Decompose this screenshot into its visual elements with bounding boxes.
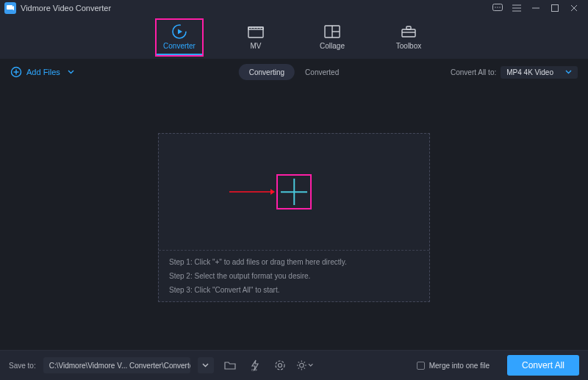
output-path-dropdown[interactable]: [198, 357, 214, 373]
tab-collage-label: Collage: [320, 42, 345, 50]
tab-converting[interactable]: Converting: [239, 64, 295, 80]
svg-point-18: [259, 27, 260, 28]
step-2-text: Step 2: Select the output format you des…: [169, 272, 419, 280]
tab-converter[interactable]: Converter: [157, 20, 202, 55]
app-title: Vidmore Video Converter: [21, 4, 111, 12]
svg-point-16: [254, 27, 254, 28]
chevron-down-icon: [565, 70, 572, 74]
bottom-bar: Save to: C:\Vidmore\Vidmore V... Convert…: [0, 350, 588, 380]
drop-zone[interactable]: Step 1: Click "+" to add files or drag t…: [158, 133, 430, 302]
svg-point-2: [495, 7, 495, 7]
add-files-label: Add Files: [26, 68, 60, 76]
svg-rect-9: [552, 5, 559, 12]
instruction-steps: Step 1: Click "+" to add files or drag t…: [159, 250, 429, 301]
output-path-field[interactable]: C:\Vidmore\Vidmore V... Converter\Conver…: [43, 357, 190, 373]
feedback-button[interactable]: [488, 0, 507, 16]
svg-point-3: [497, 7, 498, 7]
svg-point-15: [251, 27, 251, 28]
svg-point-17: [257, 27, 257, 28]
add-files-button[interactable]: Add Files: [10, 66, 74, 78]
convert-all-button[interactable]: Convert All: [507, 355, 579, 376]
output-format-value: MP4 4K Video: [506, 68, 553, 76]
svg-point-30: [276, 361, 284, 370]
svg-line-37: [298, 362, 298, 362]
convert-all-to-label: Convert All to:: [451, 68, 496, 76]
svg-point-4: [499, 7, 500, 7]
toolbox-icon: [401, 24, 417, 39]
svg-point-31: [278, 364, 282, 368]
maximize-button[interactable]: [545, 0, 564, 16]
tab-toolbox[interactable]: Toolbox: [386, 20, 431, 55]
output-format-select[interactable]: MP4 4K Video: [501, 66, 578, 79]
drop-zone-add-area[interactable]: [159, 134, 429, 250]
chevron-down-icon: [68, 70, 74, 74]
plus-icon: [281, 179, 307, 205]
step-3-text: Step 3: Click "Convert All" to start.: [169, 286, 419, 294]
menu-button[interactable]: [507, 0, 526, 16]
tab-mv[interactable]: MV: [233, 20, 279, 55]
open-folder-button[interactable]: [221, 357, 239, 373]
main-nav: Converter MV Collage Toolbox: [0, 16, 588, 59]
merge-label: Merge into one file: [429, 362, 490, 370]
close-button[interactable]: [564, 0, 584, 16]
checkbox-icon: [417, 362, 425, 370]
svg-text:OFF: OFF: [251, 368, 258, 371]
titlebar: Vidmore Video Converter: [0, 0, 588, 16]
svg-rect-23: [406, 26, 411, 29]
svg-rect-14: [248, 27, 263, 29]
svg-rect-0: [7, 5, 12, 10]
tab-converted[interactable]: Converted: [295, 64, 349, 80]
collage-icon: [324, 24, 340, 39]
svg-line-38: [304, 368, 304, 368]
minimize-button[interactable]: [526, 0, 545, 16]
app-logo-icon: [4, 2, 16, 14]
merge-checkbox[interactable]: Merge into one file: [417, 362, 490, 370]
action-bar: Add Files Converting Converted Convert A…: [0, 59, 588, 85]
tab-toolbox-label: Toolbox: [396, 42, 421, 50]
annotation-arrow-icon: [229, 187, 275, 197]
gpu-accel-button[interactable]: OFF: [246, 357, 264, 373]
conversion-tabs: Converting Converted: [239, 64, 350, 80]
add-media-button[interactable]: [276, 174, 312, 209]
converter-icon: [171, 24, 187, 39]
svg-point-32: [299, 363, 304, 368]
main-area: Step 1: Click "+" to add files or drag t…: [0, 85, 588, 350]
mv-icon: [248, 24, 264, 39]
tab-collage[interactable]: Collage: [309, 20, 355, 55]
tab-mv-label: MV: [251, 42, 262, 50]
save-to-label: Save to:: [9, 362, 36, 370]
settings-button[interactable]: [296, 357, 314, 373]
step-1-text: Step 1: Click "+" to add files or drag t…: [169, 258, 419, 266]
svg-rect-22: [402, 29, 415, 37]
high-speed-button[interactable]: [271, 357, 289, 373]
svg-line-39: [304, 362, 304, 362]
svg-rect-13: [248, 27, 263, 37]
tab-converter-label: Converter: [163, 42, 196, 50]
plus-circle-icon: [10, 66, 22, 78]
svg-line-40: [298, 368, 298, 368]
convert-all-to-group: Convert All to: MP4 4K Video: [451, 66, 578, 79]
